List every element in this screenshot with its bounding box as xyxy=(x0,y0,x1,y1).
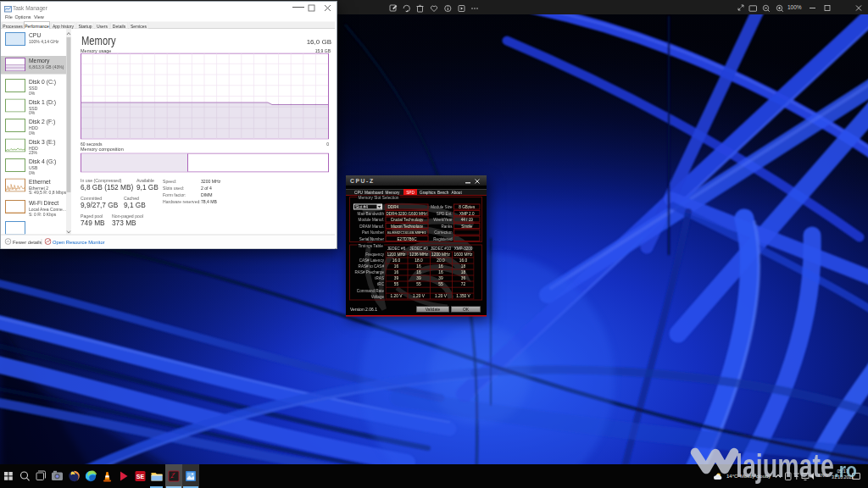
svg-text:.ro: .ro xyxy=(834,458,857,481)
svg-text:lajumate: lajumate xyxy=(736,448,834,484)
svg-text:SE: SE xyxy=(136,474,145,480)
